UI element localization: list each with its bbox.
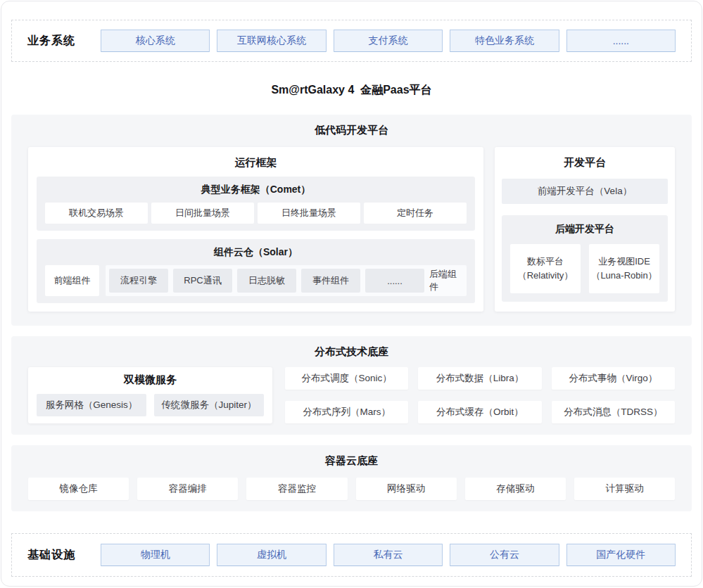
distributed-sequence-mars[interactable]: 分布式序列（Mars） [285,401,408,423]
solar-item-log-masking[interactable]: 日志脱敏 [237,269,296,293]
distributed-tech-title: 分布式技术底座 [28,345,675,359]
infrastructure-panel: 基础设施 物理机 虚拟机 私有云 公有云 国产化硬件 [11,533,692,577]
solar-item-more[interactable]: ...... [365,269,424,293]
solar-items-row: 前端组件 流程引擎 RPC通讯 日志脱敏 事件组件 ...... 后端组件 [45,265,467,296]
solar-item-rpc-comm[interactable]: RPC通讯 [173,269,232,293]
infrastructure-buttons: 物理机 虚拟机 私有云 公有云 国产化硬件 [101,544,676,566]
business-system-core[interactable]: 核心系统 [101,30,210,52]
backend-item-relativity-name: 数标平台 [527,255,564,269]
dual-mode-microservice-title: 双模微服务 [37,373,264,387]
dual-mode-microservice-box: 双模微服务 服务网格（Genesis） 传统微服务（Jupiter） [28,367,272,423]
dual-mode-item-genesis[interactable]: 服务网格（Genesis） [37,394,146,416]
distributed-transaction-virgo[interactable]: 分布式事物（Virgo） [552,367,675,390]
cc-item-compute-driver[interactable]: 计算驱动 [574,478,675,500]
infra-virtual-machine[interactable]: 虚拟机 [217,544,326,566]
runtime-framework-box: 运行框架 典型业务框架（Comet） 联机交易场景 日间批量场景 日终批量场景 … [28,147,483,312]
backend-dev-platform-box: 后端开发平台 数标平台 （Relativity） 业务视图IDE （Luna-R… [502,215,668,302]
cc-item-container-orchestration[interactable]: 容器编排 [137,478,238,500]
cc-item-image-registry[interactable]: 镜像仓库 [28,478,129,500]
distributed-message-tdrss[interactable]: 分布式消息（TDRSS） [552,401,675,423]
infra-domestic-hardware[interactable]: 国产化硬件 [566,544,676,566]
comet-framework-box: 典型业务框架（Comet） 联机交易场景 日间批量场景 日终批量场景 定时任务 [37,177,475,231]
dev-platform-box: 开发平台 前端开发平台（Vela） 后端开发平台 数标平台 （Relativit… [495,147,675,312]
container-cloud-row: 镜像仓库 容器编排 容器监控 网络驱动 存储驱动 计算驱动 [28,478,675,500]
infra-private-cloud[interactable]: 私有云 [334,544,443,566]
container-cloud-section: 容器云底座 镜像仓库 容器编排 容器监控 网络驱动 存储驱动 计算驱动 [11,445,692,511]
solar-middle-group: 流程引擎 RPC通讯 日志脱敏 事件组件 ...... 后端组件 [106,265,467,296]
lowcode-columns: 运行框架 典型业务框架（Comet） 联机交易场景 日间批量场景 日终批量场景 … [28,147,675,312]
distributed-data-libra[interactable]: 分布式数据（Libra） [418,367,541,390]
backend-item-luna-robin-name: 业务视图IDE [598,255,650,269]
business-systems-panel: 业务系统 核心系统 互联网核心系统 支付系统 特色业务系统 ...... [11,20,692,62]
backend-item-relativity-sub: （Relativity） [518,269,574,283]
comet-framework-title: 典型业务框架（Comet） [45,183,467,196]
solar-item-event-components[interactable]: 事件组件 [301,269,360,293]
backend-item-luna-robin-sub: （Luna-Robin） [591,269,657,283]
dev-platform-title: 开发平台 [502,155,668,170]
frontend-dev-platform-vela[interactable]: 前端开发平台（Vela） [502,179,668,204]
infrastructure-label: 基础设施 [27,548,101,563]
business-systems-label: 业务系统 [27,34,101,49]
comet-items-row: 联机交易场景 日间批量场景 日终批量场景 定时任务 [45,203,467,224]
container-cloud-title: 容器云底座 [28,454,675,468]
backend-item-luna-robin[interactable]: 业务视图IDE （Luna-Robin） [589,244,659,293]
dual-mode-items-row: 服务网格（Genesis） 传统微服务（Jupiter） [37,394,264,416]
distributed-row: 双模微服务 服务网格（Genesis） 传统微服务（Jupiter） 分布式调度… [28,367,675,423]
business-system-more[interactable]: ...... [566,30,676,52]
business-systems-buttons: 核心系统 互联网核心系统 支付系统 特色业务系统 ...... [101,30,676,52]
backend-dev-items-row: 数标平台 （Relativity） 业务视图IDE （Luna-Robin） [510,244,659,293]
backend-dev-platform-title: 后端开发平台 [510,222,659,236]
cc-item-storage-driver[interactable]: 存储驱动 [465,478,566,500]
comet-item-endofday-batch[interactable]: 日终批量场景 [258,203,360,224]
business-system-special[interactable]: 特色业务系统 [450,30,559,52]
infra-physical-machine[interactable]: 物理机 [101,544,210,566]
distributed-scheduling-sonic[interactable]: 分布式调度（Sonic） [285,367,408,390]
distributed-cache-orbit[interactable]: 分布式缓存（Orbit） [418,401,541,423]
comet-item-daytime-batch[interactable]: 日间批量场景 [151,203,254,224]
backend-item-relativity[interactable]: 数标平台 （Relativity） [510,244,581,293]
solar-component-repo-box: 组件云仓（Solar） 前端组件 流程引擎 RPC通讯 日志脱敏 事件组件 ..… [37,239,475,303]
infra-public-cloud[interactable]: 公有云 [450,544,559,566]
architecture-diagram-card: 业务系统 核心系统 互联网核心系统 支付系统 特色业务系统 ...... Sm@… [1,1,702,587]
business-system-payment[interactable]: 支付系统 [334,30,443,52]
business-system-internet-core[interactable]: 互联网核心系统 [217,30,326,52]
solar-item-backend-components: 后端组件 [429,269,463,293]
solar-item-frontend-components[interactable]: 前端组件 [45,265,99,296]
distributed-services-grid: 分布式调度（Sonic） 分布式数据（Libra） 分布式事物（Virgo） 分… [285,367,675,423]
runtime-framework-title: 运行框架 [37,155,475,170]
platform-title: Sm@rtGalaxy 4 金融Paas平台 [11,83,692,98]
comet-item-online-trading[interactable]: 联机交易场景 [45,203,148,224]
solar-item-process-engine[interactable]: 流程引擎 [109,269,168,293]
cc-item-container-monitoring[interactable]: 容器监控 [246,478,347,500]
distributed-tech-section: 分布式技术底座 双模微服务 服务网格（Genesis） 传统微服务（Jupite… [11,336,692,435]
comet-item-scheduled-task[interactable]: 定时任务 [364,203,467,224]
lowcode-platform-section: 低代码开发平台 运行框架 典型业务框架（Comet） 联机交易场景 日间批量场景… [11,115,692,326]
dual-mode-item-jupiter[interactable]: 传统微服务（Jupiter） [154,394,264,416]
solar-component-repo-title: 组件云仓（Solar） [45,245,467,259]
cc-item-network-driver[interactable]: 网络驱动 [356,478,457,500]
lowcode-platform-title: 低代码开发平台 [28,123,675,137]
